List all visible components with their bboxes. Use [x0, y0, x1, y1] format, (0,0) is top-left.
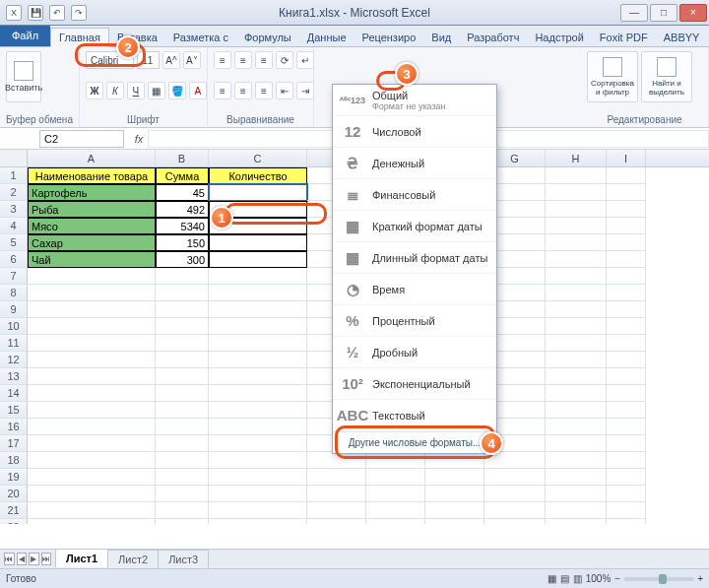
cell-A17[interactable]: [28, 435, 156, 452]
orientation-button[interactable]: ⟳: [276, 51, 293, 69]
cell-H8[interactable]: [546, 285, 607, 301]
rownum-14[interactable]: 14: [0, 385, 28, 402]
rownum-20[interactable]: 20: [0, 486, 28, 502]
cell-I1[interactable]: [607, 167, 646, 184]
align-right-button[interactable]: ≡: [255, 82, 273, 99]
col-C[interactable]: C: [209, 150, 307, 166]
cell-H15[interactable]: [546, 402, 607, 419]
cell-H1[interactable]: [546, 167, 607, 184]
cell-C15[interactable]: [209, 402, 307, 419]
cell-A16[interactable]: [28, 419, 156, 435]
cell-B20[interactable]: [156, 486, 209, 502]
cell-A11[interactable]: [28, 335, 156, 352]
cell-D20[interactable]: [307, 486, 366, 502]
cell-D21[interactable]: [307, 502, 366, 519]
cell-I7[interactable]: [607, 268, 646, 285]
col-I[interactable]: I: [607, 150, 646, 166]
cell-I12[interactable]: [607, 352, 646, 368]
cell-B7[interactable]: [156, 268, 209, 285]
cell-C21[interactable]: [209, 502, 307, 519]
tab-data[interactable]: Данные: [299, 29, 354, 46]
nf-text[interactable]: ABCТекстовый: [333, 400, 496, 431]
align-middle-button[interactable]: ≡: [234, 51, 252, 69]
rownum-7[interactable]: 7: [0, 268, 28, 285]
cell-I13[interactable]: [607, 368, 646, 385]
sheet-tab-1[interactable]: Лист1: [55, 549, 108, 567]
cell-H9[interactable]: [546, 301, 607, 318]
rownum-6[interactable]: 6: [0, 251, 28, 268]
cell-A5[interactable]: Сахар: [28, 234, 156, 251]
cell-H6[interactable]: [546, 251, 607, 268]
cell-A20[interactable]: [28, 486, 156, 502]
minimize-button[interactable]: —: [620, 4, 648, 22]
cell-A8[interactable]: [28, 285, 156, 301]
cell-E22[interactable]: [366, 519, 425, 524]
cell-A1[interactable]: Наименование товара: [28, 167, 156, 184]
zoom-in-button[interactable]: +: [697, 573, 703, 584]
rownum-1[interactable]: 1: [0, 167, 28, 184]
nf-longdate[interactable]: ▦Длинный формат даты: [333, 242, 496, 274]
cell-C6[interactable]: [209, 251, 307, 268]
fontsize-combo[interactable]: 11: [137, 51, 160, 69]
cell-B15[interactable]: [156, 402, 209, 419]
sheet-nav-first[interactable]: ⏮: [4, 553, 15, 565]
cell-H12[interactable]: [546, 352, 607, 368]
nf-number[interactable]: 12Числовой: [333, 116, 496, 148]
rownum-10[interactable]: 10: [0, 318, 28, 335]
select-all-corner[interactable]: [0, 150, 28, 166]
cell-E21[interactable]: [366, 502, 425, 519]
cell-C5[interactable]: [209, 234, 307, 251]
sheet-nav-last[interactable]: ⏭: [41, 553, 52, 565]
rownum-2[interactable]: 2: [0, 184, 28, 201]
sheet-tab-3[interactable]: Лист3: [158, 550, 209, 568]
cell-C22[interactable]: [209, 519, 307, 524]
cell-F18[interactable]: [425, 452, 484, 469]
cell-H19[interactable]: [546, 469, 607, 486]
rownum-11[interactable]: 11: [0, 335, 28, 352]
cell-B1[interactable]: Сумма: [156, 167, 209, 184]
cell-I20[interactable]: [607, 486, 646, 502]
cell-C19[interactable]: [209, 469, 307, 486]
view-layout-icon[interactable]: ▤: [560, 573, 569, 584]
cell-B5[interactable]: 150: [156, 234, 209, 251]
tab-addins[interactable]: Надстрой: [527, 29, 591, 46]
cell-I21[interactable]: [607, 502, 646, 519]
cell-A22[interactable]: [28, 519, 156, 524]
cell-B11[interactable]: [156, 335, 209, 352]
cell-C1[interactable]: Количество: [209, 167, 307, 184]
name-box[interactable]: C2: [39, 130, 124, 148]
cell-H5[interactable]: [546, 234, 607, 251]
cell-H14[interactable]: [546, 385, 607, 402]
cell-I10[interactable]: [607, 318, 646, 335]
cell-H18[interactable]: [546, 452, 607, 469]
cell-D22[interactable]: [307, 519, 366, 524]
cell-C14[interactable]: [209, 385, 307, 402]
nf-fraction[interactable]: ½Дробный: [333, 337, 496, 368]
cell-B2[interactable]: 45: [156, 184, 209, 201]
cell-H10[interactable]: [546, 318, 607, 335]
font-color-button[interactable]: A: [189, 82, 207, 99]
fx-icon[interactable]: fx: [130, 133, 148, 145]
fill-color-button[interactable]: 🪣: [168, 82, 186, 99]
tab-pagelayout[interactable]: Разметка с: [165, 29, 236, 46]
cell-E19[interactable]: [366, 469, 425, 486]
bold-button[interactable]: Ж: [86, 82, 103, 99]
underline-button[interactable]: Ч: [127, 82, 145, 99]
align-top-button[interactable]: ≡: [214, 51, 231, 69]
cell-C16[interactable]: [209, 419, 307, 435]
find-select-button[interactable]: Найти и выделить: [641, 51, 692, 102]
cell-H20[interactable]: [546, 486, 607, 502]
cell-A4[interactable]: Мясо: [28, 218, 156, 234]
cell-I4[interactable]: [607, 218, 646, 234]
rownum-15[interactable]: 15: [0, 402, 28, 419]
sheet-tab-2[interactable]: Лист2: [107, 550, 159, 568]
sheet-nav-next[interactable]: ▶: [29, 553, 39, 565]
cell-D18[interactable]: [307, 452, 366, 469]
sheet-nav-prev[interactable]: ◀: [17, 553, 28, 565]
cell-C18[interactable]: [209, 452, 307, 469]
cell-B12[interactable]: [156, 352, 209, 368]
cell-I8[interactable]: [607, 285, 646, 301]
cell-C11[interactable]: [209, 335, 307, 352]
paste-button[interactable]: Вставить: [6, 51, 41, 102]
cell-G22[interactable]: [484, 519, 546, 524]
